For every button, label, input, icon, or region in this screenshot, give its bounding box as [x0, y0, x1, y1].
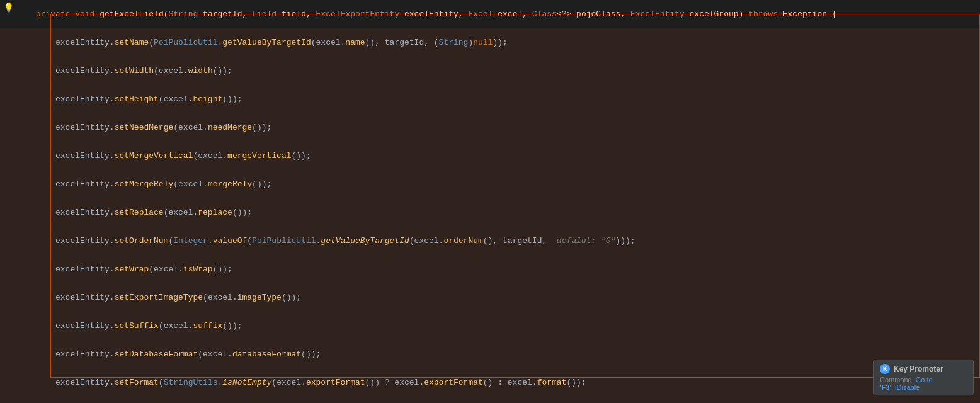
code-line-12: excelEntity.setSuffix(excel.suffix()); [0, 312, 980, 340]
code-line-13: excelEntity.setDatabaseFormat(excel.data… [0, 340, 980, 368]
code-line-10: excelEntity.setWrap(excel.isWrap()); [0, 255, 980, 283]
code-line-14: excelEntity.setFormat(StringUtils.isNotE… [0, 368, 980, 397]
code-line-9: excelEntity.setOrderNum(Integer.valueOf(… [0, 227, 980, 255]
code-line-15: excelEntity.setStatistics(excel.isStatis… [0, 397, 980, 403]
code-line-11: excelEntity.setExportImageType(excel.ima… [0, 283, 980, 312]
code-editor: 💡 private void getExcelField(String targ… [0, 0, 980, 403]
key-promoter-disable[interactable]: iDisable [895, 383, 920, 391]
code-line-5: excelEntity.setNeedMerge(excel.needMerge… [0, 113, 980, 142]
key-promoter-command-label: Command [880, 376, 912, 383]
code-line-2: excelEntity.setName(PoiPublicUtil.getVal… [0, 28, 980, 57]
key-promoter-command-value: Go to [916, 376, 933, 383]
code-line-1: private void getExcelField(String target… [0, 0, 980, 28]
code-line-8: excelEntity.setReplace(excel.replace()); [0, 198, 980, 227]
key-promoter-key: 'F3' [880, 383, 891, 391]
code-line-3: excelEntity.setWidth(excel.width()); [0, 57, 980, 85]
key-promoter-icon: K [880, 364, 890, 374]
key-promoter-key-row: 'F3' iDisable [880, 383, 920, 391]
code-line-6: excelEntity.setMergeVertical(excel.merge… [0, 142, 980, 170]
code-line-7: excelEntity.setMergeRely(excel.mergeRely… [0, 170, 980, 198]
key-promoter-popup: K Key Promoter Command Go to 'F3' iDisab… [873, 360, 974, 395]
key-promoter-header: K Key Promoter [880, 364, 943, 374]
code-line-4: excelEntity.setHeight(excel.height()); [0, 85, 980, 113]
key-promoter-title: Key Promoter [894, 365, 943, 373]
key-promoter-command-row: Command Go to [880, 376, 933, 383]
